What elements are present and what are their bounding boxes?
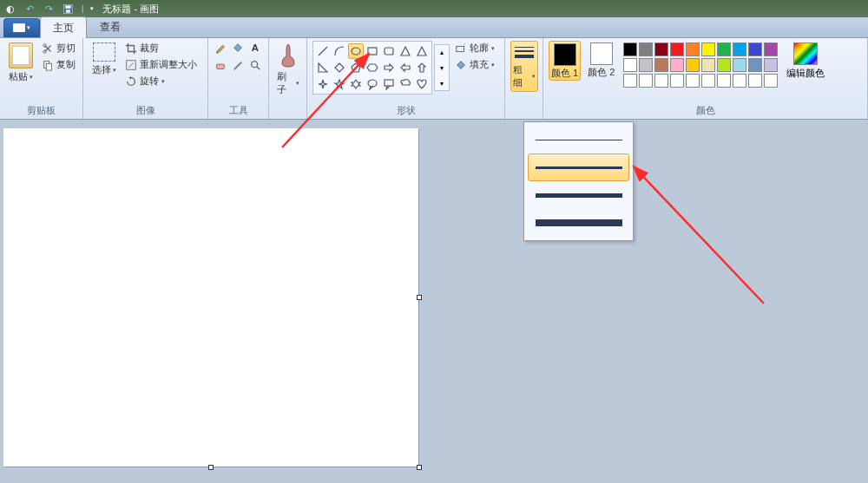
shape-arrow-r[interactable] [381, 60, 397, 75]
resize-button[interactable]: 重新调整大小 [123, 57, 199, 72]
size-option[interactable] [528, 181, 629, 209]
shape-diamond[interactable] [332, 60, 347, 75]
edit-colors-button[interactable]: 编辑颜色 [783, 41, 828, 82]
color-swatch[interactable] [639, 58, 653, 72]
shape-hexagon[interactable] [365, 60, 380, 75]
shape-curve[interactable] [332, 43, 347, 59]
file-menu-button[interactable]: ▾ [3, 18, 40, 37]
color-swatch[interactable] [764, 74, 778, 88]
canvas[interactable] [3, 128, 418, 467]
text-tool[interactable]: A [248, 41, 262, 55]
shape-arrow-l[interactable] [398, 60, 413, 75]
color-swatch[interactable] [654, 74, 668, 88]
eraser-tool[interactable] [214, 58, 227, 72]
shapes-scroll-up[interactable]: ▴ [435, 45, 449, 59]
size-dropdown [523, 121, 634, 241]
color-swatch[interactable] [733, 58, 746, 72]
edit-colors-label: 编辑颜色 [786, 67, 825, 80]
qat-customize-icon[interactable]: ▾ [90, 5, 94, 12]
color-swatch[interactable] [654, 58, 668, 72]
resize-handle[interactable] [208, 465, 214, 470]
color-swatch[interactable] [639, 42, 653, 56]
color1-button[interactable]: 颜色 1 [549, 41, 581, 81]
color-swatch[interactable] [748, 42, 762, 56]
shape-pentagon[interactable] [348, 60, 364, 75]
color-swatch[interactable] [701, 58, 715, 72]
shape-star5[interactable] [332, 76, 347, 92]
color-swatch[interactable] [670, 74, 684, 88]
undo-icon[interactable]: ↶ [23, 2, 36, 16]
select-button[interactable]: 选择▾ [89, 41, 120, 78]
color-swatch[interactable] [733, 42, 746, 56]
shape-right-tri[interactable] [315, 60, 331, 75]
ribbon: 粘贴▾ 剪切 复制 剪贴板 选择▾ [0, 38, 868, 120]
rotate-button[interactable]: 旋转 ▾ [123, 74, 199, 88]
fill-label: 填充 [470, 58, 489, 71]
resize-handle[interactable] [417, 465, 422, 470]
resize-handle[interactable] [417, 295, 422, 300]
crop-button[interactable]: 裁剪 [123, 41, 199, 55]
redo-icon[interactable]: ↷ [42, 2, 56, 16]
size-option[interactable] [528, 153, 629, 181]
color-swatch[interactable] [764, 42, 778, 56]
color-swatch[interactable] [701, 42, 715, 56]
copy-icon [42, 59, 54, 71]
svg-rect-6 [46, 63, 51, 70]
color-swatch[interactable] [748, 58, 762, 72]
shape-star4[interactable] [315, 76, 331, 92]
cut-button[interactable]: 剪切 [40, 41, 77, 55]
color-swatch[interactable] [748, 74, 762, 88]
color-swatch[interactable] [623, 42, 637, 56]
outline-button[interactable]: 轮廓 ▾ [453, 41, 496, 55]
fill-button[interactable]: 填充 ▾ [453, 57, 496, 72]
size-option[interactable] [528, 126, 629, 153]
group-label-clipboard: 剪贴板 [5, 102, 77, 117]
color-swatch[interactable] [686, 42, 700, 56]
zoom-tool[interactable] [248, 58, 262, 72]
color-swatch[interactable] [686, 74, 700, 88]
scissors-icon [42, 42, 54, 55]
color2-button[interactable]: 颜色 2 [584, 41, 618, 79]
size-option[interactable] [528, 209, 629, 237]
color-swatch[interactable] [733, 74, 746, 88]
workspace [0, 120, 868, 483]
color-swatch[interactable] [623, 58, 637, 72]
shape-callout-round[interactable] [365, 76, 380, 92]
color-swatch[interactable] [764, 58, 778, 72]
copy-button[interactable]: 复制 [40, 57, 77, 72]
color-swatch[interactable] [717, 74, 731, 88]
shape-roundrect[interactable] [381, 43, 397, 59]
shape-polygon[interactable] [398, 43, 413, 59]
size-button[interactable]: 粗细▾ [510, 41, 538, 92]
color-swatch[interactable] [670, 42, 684, 56]
shape-arrow-u[interactable] [414, 60, 430, 75]
color-swatch[interactable] [717, 42, 731, 56]
shape-line[interactable] [315, 43, 331, 59]
shape-rect[interactable] [365, 43, 380, 59]
tab-home[interactable]: 主页 [40, 16, 87, 38]
system-menu-icon[interactable]: ◐ [3, 2, 17, 16]
shape-callout-cloud[interactable] [398, 76, 413, 92]
save-icon[interactable] [61, 2, 75, 16]
shapes-scroll-down[interactable]: ▾ [435, 61, 449, 75]
color-swatch[interactable] [670, 58, 684, 72]
shape-callout-rect[interactable] [381, 76, 397, 92]
shape-star6[interactable] [348, 76, 364, 92]
color-swatch[interactable] [623, 74, 637, 88]
shapes-expand[interactable]: ▾ [435, 76, 449, 90]
brushes-button[interactable]: 刷子▾ [273, 41, 303, 98]
shape-oval[interactable] [348, 43, 364, 59]
pencil-tool[interactable] [214, 41, 227, 55]
rainbow-icon [793, 42, 818, 65]
picker-tool[interactable] [231, 58, 245, 72]
color-swatch[interactable] [639, 74, 653, 88]
paste-button[interactable]: 粘贴▾ [5, 41, 36, 85]
color-swatch[interactable] [717, 58, 731, 72]
color-swatch[interactable] [701, 74, 715, 88]
shape-triangle[interactable] [414, 43, 430, 59]
tab-view[interactable]: 查看 [87, 16, 134, 37]
fill-tool[interactable] [231, 41, 245, 55]
color-swatch[interactable] [654, 42, 668, 56]
color-swatch[interactable] [686, 58, 700, 72]
shape-heart[interactable] [414, 76, 430, 92]
